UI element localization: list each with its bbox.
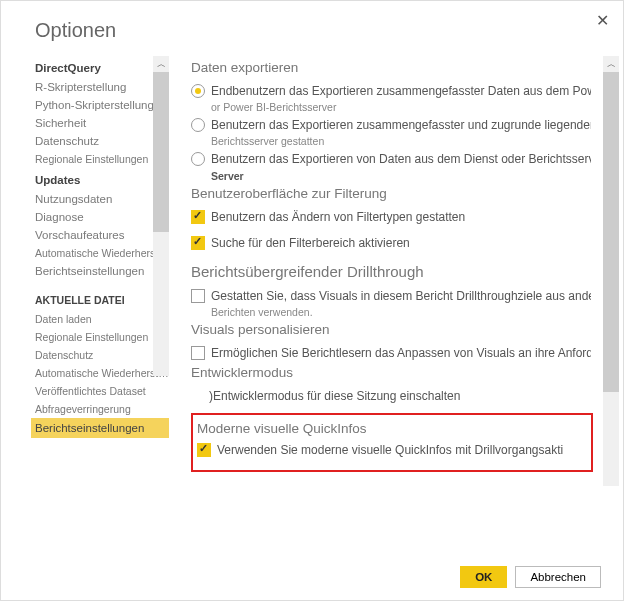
scroll-up-icon[interactable]: ︿ bbox=[603, 56, 619, 72]
label-tooltips: Verwenden Sie moderne visuelle QuickInfo… bbox=[217, 442, 563, 458]
sub-export-underlying: Berichtsserver gestatten bbox=[211, 135, 615, 147]
label-personalize: Ermöglichen Sie Berichtlesern das Anpass… bbox=[211, 345, 591, 361]
radio-row-export-none[interactable]: Benutzern das Exportieren von Daten aus … bbox=[191, 151, 615, 167]
section-tooltips: Moderne visuelle QuickInfos bbox=[197, 421, 587, 436]
sidebar-group-directquery: DirectQuery bbox=[35, 62, 169, 74]
sidebar-item-regional[interactable]: Regionale Einstellungen bbox=[35, 150, 169, 168]
sidebar-item-privacy[interactable]: Datenschutz bbox=[35, 132, 169, 150]
radio-export-none[interactable] bbox=[191, 152, 205, 166]
radio-row-export-underlying[interactable]: Benutzern das Exportieren zusammengefass… bbox=[191, 117, 615, 133]
sidebar-item-load-data[interactable]: Daten laden bbox=[35, 310, 169, 328]
dialog-title: Optionen bbox=[1, 19, 623, 56]
scroll-thumb[interactable] bbox=[603, 72, 619, 392]
sidebar-scrollbar[interactable]: ︿ bbox=[153, 56, 169, 376]
sidebar-item-usage[interactable]: Nutzungsdaten bbox=[35, 190, 169, 208]
sidebar-item-diagnostics[interactable]: Diagnose bbox=[35, 208, 169, 226]
sidebar: DirectQuery R-Skripterstellung Python-Sk… bbox=[1, 56, 169, 545]
label-drillthrough: Gestatten Sie, dass Visuals in diesem Be… bbox=[211, 288, 591, 304]
radio-export-summary[interactable] bbox=[191, 84, 205, 98]
sidebar-item-report-settings-file[interactable]: Berichtseinstellungen bbox=[31, 418, 169, 438]
label-filter-search: Suche für den Filterbereich aktivieren bbox=[211, 235, 410, 251]
section-filter-ui: Benutzeroberfläche zur Filterung bbox=[191, 186, 615, 201]
sidebar-item-query-reduction[interactable]: Abfrageverringerung bbox=[35, 400, 169, 418]
check-row-personalize[interactable]: Ermöglichen Sie Berichtlesern das Anpass… bbox=[191, 345, 615, 361]
check-row-filter-search[interactable]: Suche für den Filterbereich aktivieren bbox=[191, 235, 615, 251]
checkbox-personalize[interactable] bbox=[191, 346, 205, 360]
checkbox-drillthrough[interactable] bbox=[191, 289, 205, 303]
sidebar-group-updates: Updates bbox=[35, 174, 169, 186]
label-export-none: Benutzern das Exportieren von Daten aus … bbox=[211, 151, 591, 167]
checkbox-filter-search[interactable] bbox=[191, 236, 205, 250]
check-row-drillthrough[interactable]: Gestatten Sie, dass Visuals in diesem Be… bbox=[191, 288, 615, 304]
sidebar-item-r-script[interactable]: R-Skripterstellung bbox=[35, 78, 169, 96]
sub-export-summary: or Power BI-Berichtsserver bbox=[211, 101, 615, 113]
ok-button[interactable]: OK bbox=[460, 566, 507, 588]
checkbox-filter-types[interactable] bbox=[191, 210, 205, 224]
content-scrollbar[interactable]: ︿ bbox=[603, 56, 619, 486]
checkbox-tooltips[interactable] bbox=[197, 443, 211, 457]
scroll-thumb[interactable] bbox=[153, 72, 169, 232]
highlight-modern-tooltips: Moderne visuelle QuickInfos Verwenden Si… bbox=[191, 413, 593, 472]
section-visuals: Visuals personalisieren bbox=[191, 322, 615, 337]
section-drillthrough: Berichtsübergreifender Drillthrough bbox=[191, 263, 615, 280]
sidebar-item-report-settings[interactable]: Berichtseinstellungen bbox=[35, 262, 169, 280]
sidebar-item-published-dataset[interactable]: Veröffentlichtes Dataset bbox=[35, 382, 169, 400]
label-filter-types: Benutzern das Ändern von Filtertypen ges… bbox=[211, 209, 465, 225]
options-dialog: ✕ Optionen DirectQuery R-Skripterstellun… bbox=[1, 1, 623, 600]
sidebar-group-current-file: AKTUELLE DATEI bbox=[35, 294, 169, 306]
sub-drillthrough: Berichten verwenden. bbox=[211, 306, 615, 318]
radio-export-underlying[interactable] bbox=[191, 118, 205, 132]
sidebar-item-autorecover[interactable]: Automatische Wiederherstellung bbox=[35, 244, 169, 262]
label-devmode: )Entwicklermodus für diese Sitzung einsc… bbox=[209, 388, 460, 404]
check-row-filter-types[interactable]: Benutzern das Ändern von Filtertypen ges… bbox=[191, 209, 615, 225]
section-export: Daten exportieren bbox=[191, 60, 615, 75]
scroll-up-icon[interactable]: ︿ bbox=[153, 56, 169, 72]
label-export-summary: Endbenutzern das Exportieren zusammengef… bbox=[211, 83, 591, 99]
check-row-tooltips[interactable]: Verwenden Sie moderne visuelle QuickInfo… bbox=[197, 442, 587, 458]
cancel-button[interactable]: Abbrechen bbox=[515, 566, 601, 588]
content-pane: Daten exportieren Endbenutzern das Expor… bbox=[169, 56, 623, 545]
sub-export-none: Server bbox=[211, 170, 615, 182]
sidebar-item-privacy-file[interactable]: Datenschutz bbox=[35, 346, 169, 364]
sidebar-item-preview[interactable]: Vorschaufeatures bbox=[35, 226, 169, 244]
sidebar-item-regional-file[interactable]: Regionale Einstellungen bbox=[35, 328, 169, 346]
section-devmode: Entwicklermodus bbox=[191, 365, 615, 380]
dialog-footer: OK Abbrechen bbox=[460, 566, 601, 588]
sidebar-item-python-script[interactable]: Python-Skripterstellung bbox=[35, 96, 169, 114]
check-row-devmode[interactable]: )Entwicklermodus für diese Sitzung einsc… bbox=[191, 388, 615, 404]
close-icon[interactable]: ✕ bbox=[596, 11, 609, 30]
sidebar-item-autorecover-file[interactable]: Automatische Wiederherstellung bbox=[35, 364, 169, 382]
label-export-underlying: Benutzern das Exportieren zusammengefass… bbox=[211, 117, 591, 133]
dialog-body: DirectQuery R-Skripterstellung Python-Sk… bbox=[1, 56, 623, 545]
sidebar-item-security[interactable]: Sicherheit bbox=[35, 114, 169, 132]
radio-row-export-summary[interactable]: Endbenutzern das Exportieren zusammengef… bbox=[191, 83, 615, 99]
